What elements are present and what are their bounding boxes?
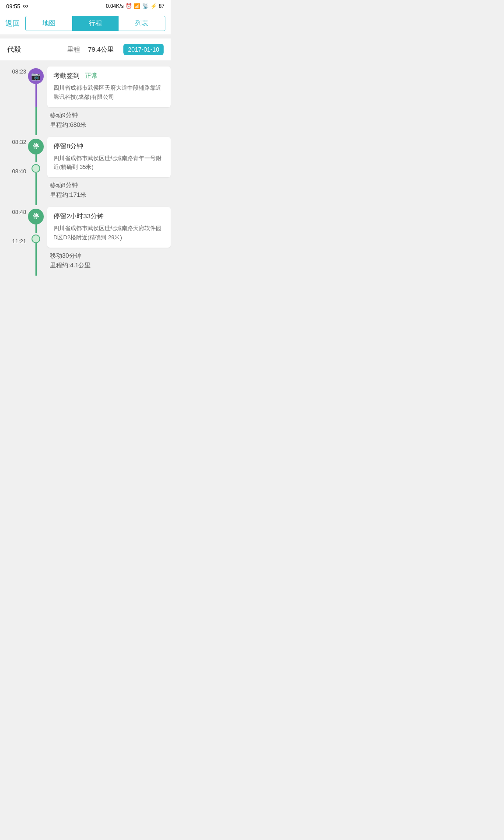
tab-list[interactable]: 列表 — [119, 16, 165, 31]
info-bar: 代毅 里程 79.4公里 2017-01-10 — [0, 38, 171, 60]
signal-icon: 📡 — [142, 3, 149, 9]
charge-icon: ⚡ — [150, 3, 157, 9]
checkin-card: 考勤签到 正常 四川省成都市武侯区天府大道中段辅路靠近腾讯科技(成都)有限公司 — [47, 66, 171, 107]
tab-trip[interactable]: 行程 — [72, 16, 119, 31]
stop-card-2: 停留2小时33分钟 四川省成都市武侯区世纪城南路天府软件园D区D2楼附近(精确到… — [47, 207, 171, 248]
stop-address-2: 四川省成都市武侯区世纪城南路天府软件园D区D2楼附近(精确到 29米) — [53, 224, 164, 242]
stop-card-1: 停留8分钟 四川省成都市武侯区世纪城南路青年一号附近(精确到 35米) — [47, 137, 171, 178]
checkin-content: 考勤签到 正常 四川省成都市武侯区天府大道中段辅路靠近腾讯科技(成都)有限公司 — [46, 65, 171, 107]
line-green-move2 — [35, 177, 37, 205]
move-content-3: 移动30分钟 里程约:4.1公里 — [46, 248, 171, 276]
move-distance-3: 里程约:4.1公里 — [50, 262, 166, 270]
status-bar: 09:55 ∞ 0.04K/s ⏰ 📶 📡 ⚡ 87 — [0, 0, 171, 12]
move-info-3: 移动30分钟 里程约:4.1公里 — [47, 248, 171, 276]
line-green-move3 — [35, 248, 37, 276]
wifi-icon: 📶 — [134, 3, 140, 9]
move-content-1: 移动9分钟 里程约:680米 — [46, 107, 171, 135]
line-green-stop2 — [35, 224, 37, 233]
timeline: 08:23 📷 考勤签到 正常 四川省成都市武侯区天府大道中段辅路靠近腾讯科技(… — [0, 60, 171, 284]
spine-move1 — [26, 107, 46, 135]
time-08-40: 08:40 — [12, 168, 26, 178]
move-duration-3: 移动30分钟 — [50, 252, 166, 260]
time-col-move1 — [0, 107, 26, 135]
date-badge: 2017-01-10 — [123, 44, 164, 55]
move-segment-1: 移动9分钟 里程约:680米 — [0, 107, 171, 135]
time-11-21: 11:21 — [12, 238, 26, 248]
stop-content-2: 停留2小时33分钟 四川省成都市武侯区世纪城南路天府软件园D区D2楼附近(精确到… — [46, 205, 171, 248]
stop-address-1: 四川省成都市武侯区世纪城南路青年一号附近(精确到 35米) — [53, 154, 164, 172]
status-right: 0.04K/s ⏰ 📶 📡 ⚡ 87 — [106, 3, 164, 9]
time-col-stop2: 08:48 11:21 — [0, 205, 26, 248]
checkin-title: 考勤签到 正常 — [53, 72, 164, 80]
stop-dot-small-1 — [32, 164, 40, 173]
spine-stop2: 停 — [26, 205, 46, 248]
time-col-stop1: 08:32 08:40 — [0, 135, 26, 178]
move-segment-2: 移动8分钟 里程约:171米 — [0, 177, 171, 205]
line-purple — [35, 84, 37, 107]
spine-1: 📷 — [26, 65, 46, 107]
stop-title-2: 停留2小时33分钟 — [53, 212, 164, 220]
status-left: 09:55 ∞ — [6, 2, 28, 10]
stop-dot-small-2 — [32, 234, 40, 243]
line-green-stop2-b — [35, 243, 37, 248]
move-distance-2: 里程约:171米 — [50, 191, 166, 199]
move-content-2: 移动8分钟 里程约:171米 — [46, 177, 171, 205]
tab-map[interactable]: 地图 — [26, 16, 72, 31]
line-green-stop1-b — [35, 173, 37, 177]
time-col-move2 — [0, 177, 26, 205]
spine-move2 — [26, 177, 46, 205]
stop-dot-1: 停 — [28, 139, 44, 154]
stop-dot-2: 停 — [28, 209, 44, 224]
move-info-1: 移动9分钟 里程约:680米 — [47, 107, 171, 135]
checkin-dot: 📷 — [28, 68, 44, 84]
move-info-2: 移动8分钟 里程约:171米 — [47, 177, 171, 205]
infinite-icon: ∞ — [23, 2, 28, 10]
time-col-1: 08:23 — [0, 65, 26, 107]
checkin-address: 四川省成都市武侯区天府大道中段辅路靠近腾讯科技(成都)有限公司 — [53, 84, 164, 102]
move-segment-3: 移动30分钟 里程约:4.1公里 — [0, 248, 171, 276]
spine-move3 — [26, 248, 46, 276]
stop-content-1: 停留8分钟 四川省成都市武侯区世纪城南路青年一号附近(精确到 35米) — [46, 135, 171, 178]
back-button[interactable]: 返回 — [5, 18, 20, 28]
move-duration-2: 移动8分钟 — [50, 182, 166, 189]
line-green-move1 — [35, 107, 37, 135]
time-08-23: 08:23 — [12, 65, 26, 75]
time-col-move3 — [0, 248, 26, 276]
clock-icon: ⏰ — [126, 3, 132, 9]
line-green-stop1 — [35, 154, 37, 163]
network-speed: 0.04K/s — [106, 3, 124, 9]
event-checkin: 08:23 📷 考勤签到 正常 四川省成都市武侯区天府大道中段辅路靠近腾讯科技(… — [0, 65, 171, 107]
nav-bar: 返回 地图 行程 列表 — [0, 12, 171, 35]
event-stop-1: 08:32 08:40 停 停留8分钟 四川省成都市武侯区世纪城南路青年一号附近… — [0, 135, 171, 178]
driver-name: 代毅 — [7, 45, 29, 54]
move-duration-1: 移动9分钟 — [50, 112, 166, 119]
battery: 87 — [159, 3, 164, 9]
stop-title-1: 停留8分钟 — [53, 142, 164, 150]
spine-stop1: 停 — [26, 135, 46, 178]
nav-tabs: 地图 行程 列表 — [25, 16, 165, 31]
move-distance-1: 里程约:680米 — [50, 121, 166, 129]
time-08-32: 08:32 — [12, 135, 26, 146]
time-08-48: 08:48 — [12, 205, 26, 216]
checkin-status: 正常 — [85, 72, 98, 79]
time: 09:55 — [6, 3, 21, 10]
mileage-value: 79.4公里 — [88, 46, 114, 54]
event-stop-2: 08:48 11:21 停 停留2小时33分钟 四川省成都市武侯区世纪城南路天府… — [0, 205, 171, 248]
mileage-label: 里程 — [67, 46, 80, 54]
